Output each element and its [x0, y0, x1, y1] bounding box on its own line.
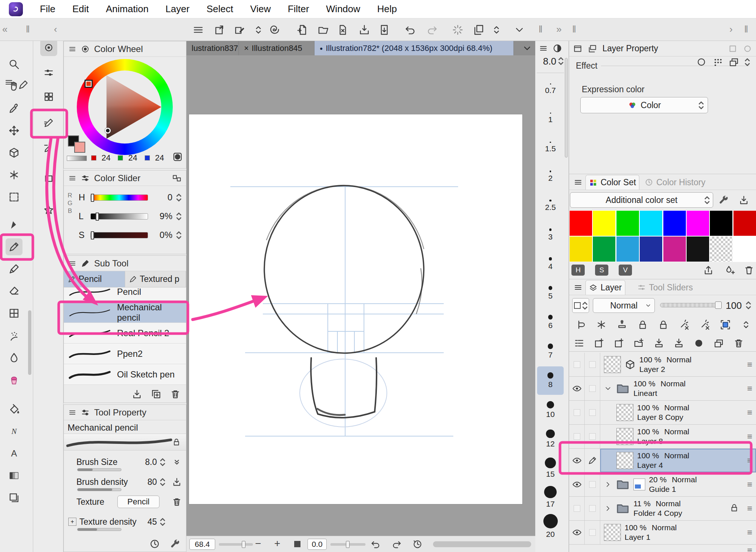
color-swatch-15[interactable] [733, 236, 756, 262]
dropper-settings-panel-button[interactable] [40, 139, 57, 156]
texture-density-value[interactable]: 45 [136, 517, 157, 527]
move-tool[interactable] [6, 122, 23, 139]
visibility-cell[interactable] [569, 425, 585, 448]
brush-size-2.5[interactable]: 2.5 [537, 192, 564, 220]
reset-view-icon[interactable] [412, 539, 423, 549]
trash-button[interactable] [733, 338, 744, 349]
object-tool[interactable] [6, 166, 23, 183]
rotation-slider[interactable] [330, 543, 365, 546]
canvas-settings-panel-button[interactable] [40, 170, 57, 187]
select-area-button[interactable] [720, 319, 731, 330]
expand-prop-icon[interactable]: + [68, 518, 76, 526]
quick-color-panel-button[interactable] [40, 39, 57, 56]
brush-size-spinner[interactable] [558, 57, 564, 65]
zoom-tool[interactable] [6, 56, 23, 73]
tab-list-chevron-icon[interactable] [522, 43, 532, 54]
subtool-group-tab-textured[interactable]: Textured p [125, 271, 186, 287]
stamp-button[interactable] [616, 319, 628, 330]
brush-size-1[interactable]: 1 [537, 104, 564, 132]
redo-button[interactable] [424, 23, 440, 37]
h-spinner[interactable] [176, 194, 182, 201]
visibility-cell[interactable] [569, 353, 585, 376]
new-layer-button[interactable] [614, 338, 625, 349]
chevron-down-button[interactable] [511, 23, 528, 37]
eyedropper-tool[interactable] [6, 100, 23, 117]
close-tab-icon[interactable]: × [244, 44, 249, 53]
brush-size-20[interactable]: 20 [537, 512, 564, 541]
brush-size-4[interactable]: 4 [537, 250, 564, 278]
panel-menu-icon[interactable] [574, 178, 583, 187]
layer-drag-handle[interactable]: ≡ [747, 383, 752, 394]
panel-menu-icon[interactable] [539, 44, 548, 53]
new-folder-button[interactable] [633, 338, 645, 349]
brush-density-value[interactable]: 80 [136, 477, 157, 487]
pen-settings-panel-button[interactable] [40, 114, 57, 131]
transfer-button[interactable] [673, 338, 684, 349]
frame-border-tool[interactable] [6, 489, 23, 506]
guide-thumbnail[interactable] [633, 479, 645, 490]
save-prop-icon[interactable] [172, 477, 182, 487]
brush-size-12[interactable]: 12 [537, 425, 564, 453]
import-file-button[interactable] [356, 23, 372, 37]
operation-tool[interactable] [6, 144, 23, 161]
color-swatch-9[interactable] [592, 236, 616, 262]
expression-color-dropdown[interactable]: Color [580, 97, 708, 113]
brush-size-15[interactable]: 15 [537, 454, 564, 482]
undo-button[interactable] [402, 23, 418, 37]
subtool-group-tab-pencil[interactable]: Pencil [64, 271, 125, 287]
lock-preview-icon[interactable] [172, 438, 181, 446]
color-swatch-3[interactable] [639, 210, 663, 236]
opacity-slider[interactable] [660, 303, 721, 307]
edit-state-cell[interactable] [585, 401, 600, 424]
tool-strip-scrollbar[interactable] [28, 310, 31, 375]
visibility-cell[interactable] [569, 449, 585, 472]
brush-size-10[interactable]: 10 [537, 396, 564, 424]
sv-marker[interactable] [105, 128, 111, 134]
pin-button[interactable] [596, 319, 607, 330]
panel-menu-icon[interactable] [68, 259, 76, 268]
export-file-button[interactable] [376, 23, 392, 37]
zoom-slider[interactable] [219, 543, 253, 546]
opacity-spinner[interactable] [746, 301, 751, 309]
menu-filter[interactable]: Filter [288, 3, 309, 15]
effect-spinner[interactable] [745, 58, 750, 66]
expand-right-icon[interactable]: » [556, 24, 561, 35]
v-button[interactable]: V [619, 265, 632, 276]
brush-size-5[interactable]: 5 [537, 279, 564, 307]
splitter-left-icon[interactable]: ‖ [26, 24, 30, 35]
subtool-item-ppen2[interactable]: Ppen2 [64, 344, 186, 364]
edit-state-cell[interactable] [585, 377, 600, 400]
airbrush-tool[interactable] [6, 327, 23, 344]
hand-tool[interactable] [6, 78, 23, 95]
brush-size-0.7[interactable]: 0.7 [537, 75, 564, 103]
s-spinner[interactable] [176, 231, 182, 239]
menu-edit[interactable]: Edit [72, 3, 89, 15]
doc-tab-2[interactable]: ●Illustration782* (2048 x 1536px 300dpi … [315, 41, 514, 55]
chev-updown-button[interactable] [740, 319, 752, 330]
h-slider[interactable] [90, 194, 148, 201]
clipboard-button[interactable] [471, 23, 487, 37]
layer-thumbnail[interactable] [604, 356, 621, 373]
eraser-tool[interactable] [6, 283, 23, 300]
reset-tool-icon[interactable] [149, 538, 160, 549]
open-file-button[interactable] [315, 23, 331, 37]
brush-size-scrollbar[interactable] [565, 58, 568, 158]
spiral-button[interactable] [267, 23, 283, 37]
close-file-button[interactable] [334, 23, 351, 37]
brush-size-8[interactable]: 8 [537, 366, 564, 395]
rotate-right-icon[interactable] [392, 539, 402, 549]
clip-button[interactable] [575, 319, 586, 330]
slider-mode-tab[interactable]: RGB [66, 192, 73, 215]
slider-layout-icon[interactable] [172, 173, 182, 183]
menu-animation[interactable]: Animation [106, 3, 149, 15]
rotate-canvas-button[interactable] [211, 23, 227, 37]
layer-thumbnail[interactable] [604, 524, 621, 541]
chevron-left-icon[interactable]: ‹ [54, 24, 57, 35]
lock-button[interactable] [637, 319, 648, 330]
brush-density-slider[interactable] [77, 488, 121, 491]
color-swatch-1[interactable] [592, 210, 616, 236]
edit-state-cell[interactable] [585, 521, 600, 544]
color-swatch-13[interactable] [686, 236, 709, 262]
chev-updown-button[interactable] [250, 23, 267, 37]
lock-button[interactable] [658, 319, 669, 330]
